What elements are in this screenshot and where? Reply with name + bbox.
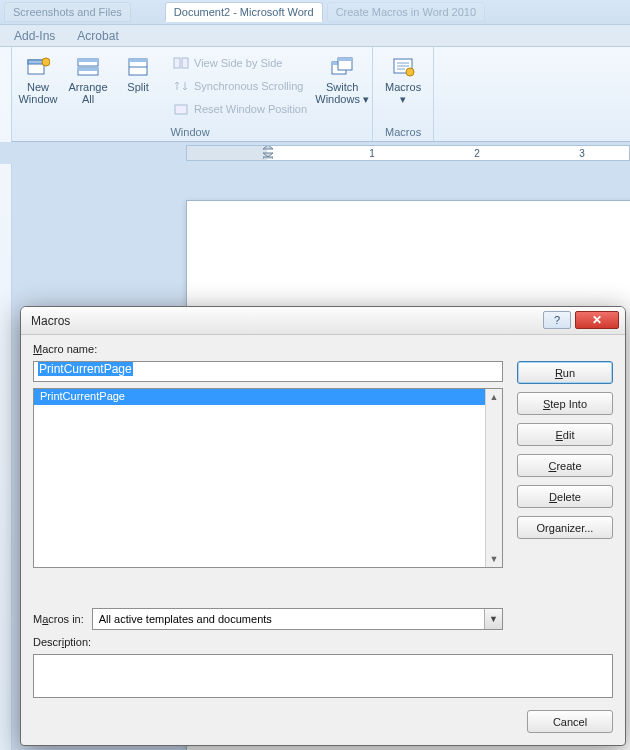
- organizer-button[interactable]: Organizer...: [517, 516, 613, 539]
- svg-rect-12: [175, 105, 187, 114]
- scrollbar[interactable]: ▲ ▼: [485, 389, 502, 567]
- macro-listbox[interactable]: PrintCurrentPage ▲ ▼: [33, 388, 503, 568]
- new-window-label: New Window: [18, 81, 57, 105]
- close-icon: ✕: [592, 313, 602, 327]
- step-into-button[interactable]: Step Into: [517, 392, 613, 415]
- switch-windows-label: Switch Windows ▾: [315, 81, 369, 105]
- view-side-label: View Side by Side: [194, 57, 282, 69]
- run-button[interactable]: Run: [517, 361, 613, 384]
- title-tab-active[interactable]: Document2 - Microsoft Word: [165, 2, 323, 22]
- macro-name-label: Macro name:: [33, 343, 503, 355]
- macros-in-combo[interactable]: All active templates and documents ▼: [92, 608, 503, 630]
- title-tab-inactive-left[interactable]: Screenshots and Files: [4, 2, 131, 22]
- sync-scroll-label: Synchronous Scrolling: [194, 80, 303, 92]
- indent-marker-icon[interactable]: [263, 145, 273, 159]
- macro-name-input[interactable]: PrintCurrentPage: [33, 361, 503, 382]
- macros-dialog: Macros ? ✕ Macro name: PrintCurrentPage …: [20, 306, 626, 746]
- svg-rect-24: [263, 157, 273, 159]
- chevron-down-icon: ▾: [363, 93, 369, 105]
- svg-rect-4: [78, 59, 98, 62]
- ruler-num: 1: [369, 148, 375, 159]
- svg-point-21: [406, 68, 414, 76]
- split-button[interactable]: Split: [114, 52, 162, 97]
- macros-in-value: All active templates and documents: [99, 613, 272, 625]
- help-button[interactable]: ?: [543, 311, 571, 329]
- macros-label: Macros▾: [385, 81, 421, 105]
- ruler-num: 2: [474, 148, 480, 159]
- svg-marker-23: [263, 153, 273, 157]
- new-window-button[interactable]: New Window: [14, 52, 62, 109]
- ruler-num: 3: [579, 148, 585, 159]
- ruler-row: 1 2 3 4: [0, 142, 630, 164]
- ribbon-group-window: New Window Arrange All Split View Side b…: [12, 47, 373, 141]
- chevron-down-icon: ▾: [400, 93, 406, 105]
- reset-window-pos-button[interactable]: Reset Window Position: [168, 98, 312, 120]
- svg-rect-16: [338, 58, 352, 61]
- macros-in-label: Macros in:: [33, 613, 84, 625]
- list-item[interactable]: PrintCurrentPage: [34, 389, 502, 405]
- help-icon: ?: [554, 314, 560, 326]
- scroll-up-icon[interactable]: ▲: [487, 389, 502, 405]
- sync-scroll-icon: [173, 78, 189, 94]
- cancel-button[interactable]: Cancel: [527, 710, 613, 733]
- chevron-down-icon[interactable]: ▼: [484, 609, 502, 629]
- new-window-icon: [26, 56, 50, 78]
- ribbon-tab-acrobat[interactable]: Acrobat: [67, 26, 128, 46]
- close-button[interactable]: ✕: [575, 311, 619, 329]
- dialog-titlebar[interactable]: Macros ? ✕: [21, 307, 625, 335]
- description-label: Description:: [33, 636, 503, 648]
- description-box[interactable]: [33, 654, 613, 698]
- arrange-all-icon: [76, 56, 100, 78]
- split-icon: [126, 56, 150, 78]
- reset-pos-label: Reset Window Position: [194, 103, 307, 115]
- ribbon-tab-addins[interactable]: Add-Ins: [4, 26, 65, 46]
- dialog-title-text: Macros: [31, 314, 70, 328]
- scroll-down-icon[interactable]: ▼: [487, 551, 502, 567]
- split-label: Split: [127, 81, 148, 93]
- macros-group-label: Macros: [379, 125, 427, 141]
- svg-point-2: [42, 58, 50, 66]
- title-tab-inactive-right[interactable]: Create Macros in Word 2010: [327, 2, 485, 22]
- reset-pos-icon: [173, 101, 189, 117]
- edit-button[interactable]: Edit: [517, 423, 613, 446]
- arrange-all-label: Arrange All: [68, 81, 107, 105]
- side-by-side-icon: [173, 55, 189, 71]
- ribbon-tab-row: Add-Ins Acrobat: [0, 25, 630, 47]
- svg-rect-6: [78, 68, 98, 71]
- svg-rect-10: [174, 58, 180, 68]
- horizontal-ruler[interactable]: 1 2 3 4: [186, 145, 630, 161]
- arrange-all-button[interactable]: Arrange All: [64, 52, 112, 109]
- svg-rect-11: [182, 58, 188, 68]
- svg-rect-9: [129, 59, 147, 62]
- macros-icon: [391, 56, 415, 78]
- window-group-label: Window: [14, 125, 366, 141]
- macros-button[interactable]: Macros▾: [379, 52, 427, 109]
- window-title-tabs: Screenshots and Files Document2 - Micros…: [0, 0, 630, 25]
- delete-button[interactable]: Delete: [517, 485, 613, 508]
- create-button[interactable]: Create: [517, 454, 613, 477]
- switch-windows-icon: [330, 56, 354, 78]
- ribbon-group-macros: Macros▾ Macros: [373, 47, 434, 141]
- switch-windows-button[interactable]: Switch Windows ▾: [318, 52, 366, 109]
- svg-marker-22: [263, 145, 273, 149]
- sync-scrolling-button[interactable]: Synchronous Scrolling: [168, 75, 312, 97]
- view-side-by-side-button[interactable]: View Side by Side: [168, 52, 312, 74]
- macro-name-value: PrintCurrentPage: [38, 362, 133, 376]
- ribbon: New Window Arrange All Split View Side b…: [0, 47, 630, 142]
